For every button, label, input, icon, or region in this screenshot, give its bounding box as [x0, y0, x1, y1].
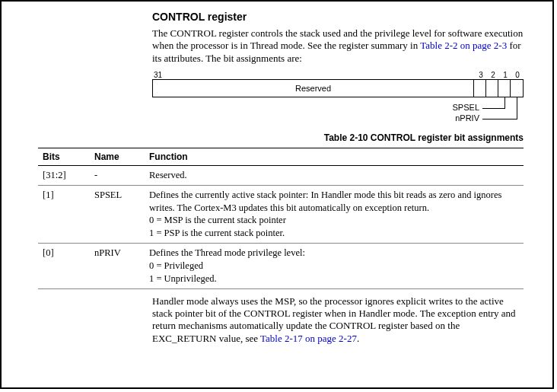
table-caption: Table 2-10 CONTROL register bit assignme… [15, 132, 524, 143]
bitfield-label-npriv: nPRIV [455, 113, 479, 123]
footer-paragraph: Handler mode always uses the MSP, so the… [152, 295, 524, 345]
bit-index-31: 31 [152, 71, 167, 79]
cell-bits: [1] [38, 185, 90, 244]
bit-index-2: 2 [487, 71, 499, 79]
intro-xref-link[interactable]: Table 2-2 on page 2-3 [420, 40, 507, 51]
function-line: 1 = Unprivileged. [149, 273, 217, 284]
section-title: CONTROL register [152, 11, 524, 23]
cell-function: Reserved. [145, 165, 524, 185]
bit-index-0: 0 [511, 71, 524, 79]
bit-index-1: 1 [499, 71, 511, 79]
table-row: [0]nPRIVDefines the Thread mode privileg… [38, 244, 524, 289]
footer-xref-link[interactable]: Table 2-17 on page 2-27 [260, 333, 357, 344]
function-line: Reserved. [149, 170, 187, 180]
function-line: Defines the Thread mode privilege level: [149, 247, 305, 258]
bitfield-cell-1 [498, 80, 511, 97]
bitfield-label-spsel: SPSEL [453, 103, 479, 112]
bitfield-reserved-cell: Reserved [153, 80, 474, 97]
bit-assignments-table: Bits Name Function [31:2]-Reserved.[1]SP… [38, 148, 524, 289]
bitfield-bit-numbers: 31 3 2 1 0 [152, 71, 524, 79]
function-line: Defines the currently active stack point… [149, 190, 501, 213]
function-line: 0 = Privileged [149, 260, 203, 271]
cell-name: - [90, 165, 145, 185]
header-block: CONTROL register The CONTROL register co… [152, 11, 524, 128]
intro-paragraph: The CONTROL register controls the stack … [152, 27, 524, 65]
bit-index-3: 3 [475, 71, 487, 79]
bitfield-cell-2 [486, 80, 498, 97]
bitfield-diagram: 31 3 2 1 0 Reserved [152, 71, 524, 128]
table-header-row: Bits Name Function [38, 148, 524, 165]
cell-function: Defines the currently active stack point… [145, 185, 524, 244]
cell-name: nPRIV [90, 244, 145, 289]
cell-function: Defines the Thread mode privilege level:… [145, 244, 524, 289]
function-line: 1 = PSP is the current stack pointer. [149, 228, 285, 238]
bitfield-cell-3 [474, 80, 486, 97]
table-row: [1]SPSELDefines the currently active sta… [38, 185, 524, 244]
page-frame: CONTROL register The CONTROL register co… [0, 0, 554, 389]
function-line: 0 = MSP is the current stack pointer [149, 215, 286, 225]
col-header-func: Function [145, 148, 524, 165]
col-header-name: Name [90, 148, 145, 165]
bitfield-labels: SPSEL nPRIV [152, 97, 524, 128]
table-row: [31:2]-Reserved. [38, 165, 524, 185]
bitfield-box: Reserved [152, 79, 524, 97]
cell-bits: [0] [38, 244, 90, 289]
table-wrapper: Bits Name Function [31:2]-Reserved.[1]SP… [15, 148, 539, 289]
cell-bits: [31:2] [38, 165, 90, 185]
bitfield-cell-0 [511, 80, 523, 97]
footer-text-post: . [357, 333, 359, 344]
col-header-bits: Bits [38, 148, 90, 165]
cell-name: SPSEL [90, 185, 145, 244]
page-content: CONTROL register The CONTROL register co… [2, 2, 552, 345]
